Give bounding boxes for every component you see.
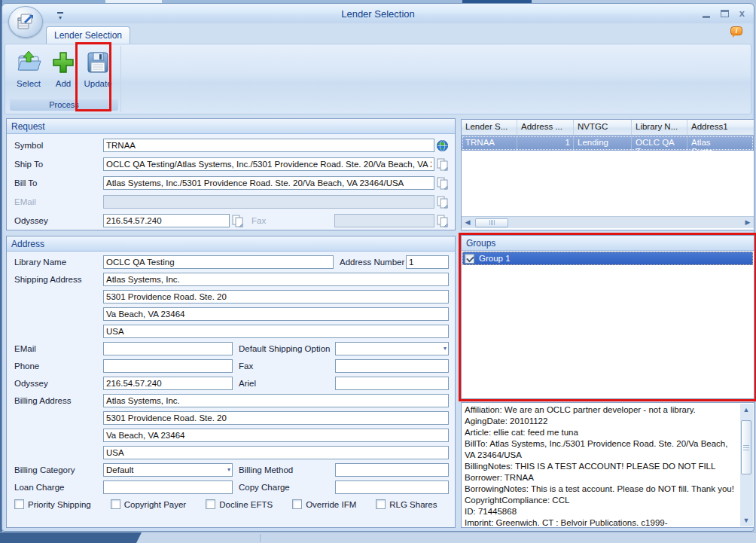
lender-grid-panel: Lender S... Address ... NVTGC Library N.… xyxy=(461,119,754,230)
close-icon[interactable]: x xyxy=(739,9,745,18)
library-name-label: Library Name xyxy=(14,258,103,267)
scrollbar-thumb[interactable] xyxy=(741,420,751,474)
groups-panel-header: Groups xyxy=(462,236,754,251)
copy-icon[interactable] xyxy=(231,215,244,227)
address-number-label: Address Number xyxy=(340,258,406,267)
titlebar[interactable]: Lender Selection x xyxy=(2,4,754,23)
default-shipping-option-select[interactable]: ▾ xyxy=(335,342,449,355)
checkbox-icon[interactable] xyxy=(14,499,24,509)
quick-access-toolbar-dropdown-icon[interactable]: ▾ xyxy=(55,12,66,21)
ribbon-group-label: Process xyxy=(10,99,118,111)
billing-address-line3-input[interactable] xyxy=(103,429,449,442)
request-email-input xyxy=(103,195,434,209)
billing-method-label: Billing Method xyxy=(239,465,335,474)
request-odyssey-label: Odyssey xyxy=(14,216,103,225)
column-header-lender-symbol[interactable]: Lender S... xyxy=(462,120,517,135)
billing-method-input[interactable] xyxy=(335,463,449,477)
scroll-up-icon[interactable]: ▲ xyxy=(740,404,752,416)
billing-address-line1-input[interactable] xyxy=(103,394,449,407)
add-button-label: Add xyxy=(56,79,71,88)
window-title: Lender Selection xyxy=(2,8,754,20)
request-panel-header: Request xyxy=(7,119,455,134)
address-panel: Address Library Name Address Number Ship… xyxy=(6,236,456,528)
override-ifm-checkbox[interactable]: Override IFM xyxy=(292,499,356,509)
scroll-left-icon[interactable]: ◀ xyxy=(462,217,474,228)
copy-icon[interactable] xyxy=(436,196,449,209)
column-header-address-number[interactable]: Address ... xyxy=(517,120,574,135)
billing-category-select[interactable]: Default ▾ xyxy=(103,463,233,477)
list-item-group1[interactable]: Group 1 xyxy=(462,252,753,265)
checked-checkbox-icon[interactable] xyxy=(465,254,474,264)
horizontal-scrollbar[interactable]: ◀ ▶ xyxy=(462,216,754,228)
ship-to-input[interactable] xyxy=(103,157,434,171)
ribbon: Select Add xyxy=(5,44,751,114)
chevron-down-icon[interactable]: ▾ xyxy=(227,466,230,473)
maximize-icon[interactable] xyxy=(721,10,729,17)
priority-shipping-checkbox[interactable]: Priority Shipping xyxy=(14,499,91,509)
tab-lender-selection[interactable]: Lender Selection xyxy=(46,26,130,44)
default-shipping-option-label: Default Shipping Option xyxy=(239,344,335,353)
copy-icon[interactable] xyxy=(436,158,449,171)
column-header-nvtgc[interactable]: NVTGC xyxy=(574,120,632,135)
plus-icon xyxy=(50,50,76,75)
copyright-payer-checkbox[interactable]: Copyright Payer xyxy=(111,499,186,509)
request-panel: Request Symbol Ship To xyxy=(6,118,456,230)
bill-to-label: Bill To xyxy=(14,178,103,188)
loan-charge-input[interactable] xyxy=(103,480,233,494)
ariel-label: Ariel xyxy=(239,379,335,388)
address-fax-label: Fax xyxy=(239,361,335,371)
phone-input[interactable] xyxy=(103,359,233,373)
bill-to-input[interactable] xyxy=(103,176,434,190)
address-odyssey-input[interactable] xyxy=(103,377,233,390)
ariel-input[interactable] xyxy=(335,377,449,390)
save-icon xyxy=(85,50,111,75)
request-fax-input xyxy=(334,214,434,227)
folder-up-icon xyxy=(16,50,41,75)
address-number-input[interactable] xyxy=(406,255,449,269)
copy-icon[interactable] xyxy=(436,215,449,227)
request-odyssey-input[interactable] xyxy=(103,214,230,227)
checkbox-icon[interactable] xyxy=(111,499,120,509)
billing-address-line2-input[interactable] xyxy=(103,411,449,425)
address-email-input[interactable] xyxy=(103,342,233,355)
copy-icon[interactable] xyxy=(436,177,449,190)
copy-charge-input[interactable] xyxy=(335,480,449,494)
update-button-label: Update xyxy=(84,79,111,88)
scrollbar-thumb[interactable] xyxy=(475,218,508,227)
checkbox-icon[interactable] xyxy=(292,499,302,509)
globe-icon[interactable] xyxy=(436,139,449,152)
minimize-icon[interactable] xyxy=(703,16,710,18)
address-fax-input[interactable] xyxy=(335,359,449,373)
shipping-address-line4-input[interactable] xyxy=(103,325,449,338)
symbol-input[interactable] xyxy=(103,139,434,152)
add-button[interactable]: Add xyxy=(46,48,81,98)
table-row[interactable]: TRNAA 1 Lending OCLC QA T... Atlas Syste… xyxy=(462,136,754,151)
select-button-label: Select xyxy=(17,79,41,88)
update-button[interactable]: Update xyxy=(81,48,115,98)
shipping-address-line2-input[interactable] xyxy=(103,290,449,304)
vertical-scrollbar[interactable]: ▲ ▼ xyxy=(740,404,753,526)
ship-to-label: Ship To xyxy=(14,160,103,169)
chevron-down-icon[interactable]: ▾ xyxy=(444,345,447,352)
column-header-library-name[interactable]: Library N... xyxy=(632,120,687,135)
checkbox-icon[interactable] xyxy=(206,499,215,509)
rlg-shares-checkbox[interactable]: RLG Shares xyxy=(376,499,437,509)
billing-address-line4-input[interactable] xyxy=(103,446,449,459)
lender-selection-window: Lender Selection x ▾ Lender Selection i xyxy=(2,3,754,532)
info-line: Borrower: TRNAA xyxy=(465,472,739,484)
help-icon[interactable]: i xyxy=(730,26,743,37)
column-header-address1[interactable]: Address1 xyxy=(687,120,743,135)
scroll-right-icon[interactable]: ▶ xyxy=(742,217,754,228)
docline-efts-checkbox[interactable]: Docline EFTS xyxy=(206,499,273,509)
scroll-down-icon[interactable]: ▼ xyxy=(740,514,752,526)
background-window-bottom-bar xyxy=(0,532,756,543)
checkbox-icon[interactable] xyxy=(376,499,386,509)
billing-category-label: Billing Category xyxy=(14,465,103,474)
groups-list: Group 1 xyxy=(462,251,754,398)
shipping-address-line1-input[interactable] xyxy=(103,273,449,286)
grid-header-row: Lender S... Address ... NVTGC Library N.… xyxy=(462,120,754,136)
shipping-address-line3-input[interactable] xyxy=(103,307,449,321)
select-button[interactable]: Select xyxy=(11,48,46,98)
library-name-input[interactable] xyxy=(103,255,334,269)
background-statusbar-divider xyxy=(260,534,261,542)
